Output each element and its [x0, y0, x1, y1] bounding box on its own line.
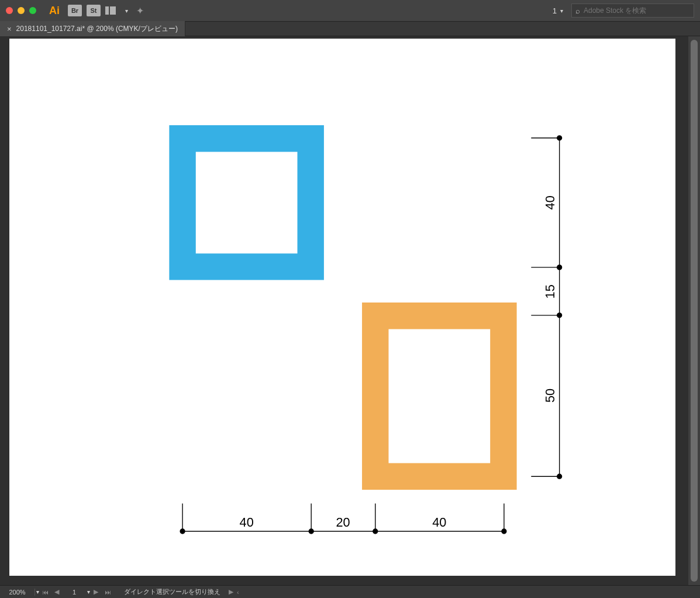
dimension-v1-label: 40 [543, 195, 557, 209]
document-tab-bar: × 20181101_101727.ai* @ 200% (CMYK/プレビュー… [0, 21, 700, 36]
app-window: Ai Br St ▾ ✦ 1 ▾ ⌕ × 20181101_101727.ai*… [0, 0, 700, 598]
document-tab-title: 20181101_101727.ai* @ 200% (CMYK/プレビュー) [16, 24, 178, 34]
app-logo-ai: Ai [49, 5, 60, 17]
chevron-down-icon: ▾ [560, 8, 563, 14]
zoom-level[interactable]: 200% [0, 589, 35, 596]
dimension-vertical [531, 136, 561, 479]
prev-artboard-button[interactable]: ◀ [51, 588, 63, 596]
arrange-documents-button[interactable] [105, 6, 119, 15]
artwork-svg: 40 20 40 40 [9, 39, 675, 576]
svg-point-6 [309, 529, 313, 534]
document-tab[interactable]: × 20181101_101727.ai* @ 200% (CMYK/プレビュー… [0, 21, 185, 36]
svg-point-17 [557, 474, 562, 479]
gpu-performance-icon[interactable]: ✦ [136, 5, 144, 16]
dimension-h1-label: 40 [240, 515, 254, 530]
workspace-label: 1 [553, 6, 557, 15]
titlebar: Ai Br St ▾ ✦ 1 ▾ ⌕ [0, 0, 700, 21]
status-message: ダイレクト選択ツールを切り換え [124, 587, 220, 596]
shape-orange-frame[interactable] [362, 303, 517, 490]
stock-button[interactable]: St [87, 5, 101, 16]
dimension-v3-label: 50 [543, 389, 557, 403]
close-window-button[interactable] [6, 7, 13, 14]
svg-point-14 [557, 136, 562, 140]
scrollbar-thumb[interactable] [691, 40, 698, 582]
close-tab-icon[interactable]: × [7, 25, 12, 33]
status-bar: 200% ▾ ⏮ ◀ 1 ▾ ▶ ⏭ ダイレクト選択ツールを切り換え ▶ ‹ [0, 585, 700, 598]
play-icon[interactable]: ▶ [229, 588, 233, 596]
next-artboard-button[interactable]: ▶ [90, 588, 102, 596]
first-artboard-button[interactable]: ⏮ [39, 589, 51, 596]
stock-search[interactable]: ⌕ [571, 4, 694, 18]
svg-point-16 [557, 313, 562, 318]
svg-point-8 [502, 529, 506, 534]
maximize-window-button[interactable] [29, 7, 36, 14]
workspace-switcher[interactable]: 1 ▾ [549, 6, 567, 15]
vertical-scrollbar[interactable] [688, 36, 700, 585]
svg-point-15 [557, 265, 562, 270]
artboard[interactable]: 40 20 40 40 [9, 39, 675, 576]
svg-point-7 [373, 529, 378, 534]
bridge-button[interactable]: Br [68, 5, 82, 16]
window-controls [6, 7, 36, 14]
search-icon: ⌕ [575, 6, 580, 15]
dimension-v2-label: 15 [543, 284, 557, 298]
minimize-window-button[interactable] [18, 7, 25, 14]
dimension-h2-label: 20 [336, 515, 350, 530]
canvas-viewport[interactable]: 40 20 40 40 [0, 36, 688, 585]
chevron-down-icon: ▾ [125, 8, 128, 14]
artboard-number[interactable]: 1 [63, 589, 86, 596]
stock-search-input[interactable] [584, 6, 690, 15]
dimension-h3-label: 40 [432, 515, 446, 530]
shape-blue-frame[interactable] [169, 125, 324, 280]
less-than-icon[interactable]: ‹ [237, 589, 239, 596]
work-area: 40 20 40 40 [0, 36, 700, 585]
svg-point-5 [180, 529, 185, 534]
last-artboard-button[interactable]: ⏭ [102, 589, 113, 596]
